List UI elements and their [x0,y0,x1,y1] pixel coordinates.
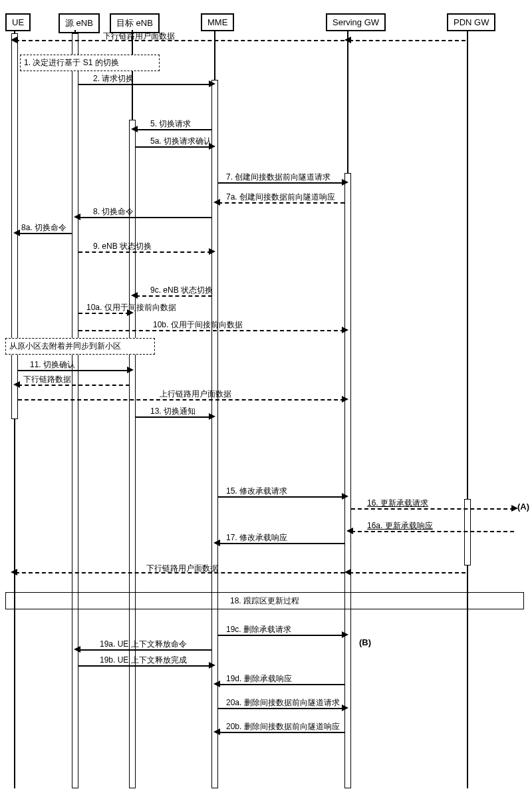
actor-sgw: Serving GW [326,13,386,31]
label-5a: 5a. 切换请求确认 [150,136,211,147]
arrowhead [344,569,351,575]
activation-src [72,33,78,788]
arrowhead [342,396,348,402]
arrowhead [127,367,134,373]
label-16: 16. 更新承载请求 [367,498,428,509]
label-20b: 20b. 删除间接数据前向隧道响应 [226,721,340,732]
arrow-9 [78,251,211,253]
arrowhead [127,309,134,316]
arrowhead [74,646,80,653]
arrow-10b [78,330,344,331]
note-tracking-update: 18. 跟踪区更新过程 [5,592,524,609]
ext-label-A: (A) [517,502,529,512]
label-17: 17. 修改承载响应 [226,532,287,544]
label-dl-data: 下行链路数据 [23,374,71,385]
ext-label-B: (B) [359,637,371,647]
arrowhead [213,199,220,206]
arrow-5a [136,146,212,148]
arrow-dl-data [18,385,130,386]
activation-sgw [344,173,351,788]
arrow-16a [351,531,514,532]
arrowhead [342,179,348,186]
arrowhead [213,540,220,546]
arrowhead [213,681,220,687]
arrow-19b [78,665,211,667]
label-13: 13. 切换通知 [150,406,196,417]
note-decide-s1: 1. 决定进行基于 S1 的切换 [20,55,160,71]
arrowhead [209,248,215,255]
arrow-9c [136,295,212,297]
actor-src-enb: 源 eNB [59,13,100,33]
label-16a: 16a. 更新承载响应 [367,520,433,532]
arrow-19d [218,684,344,685]
arrowhead [13,381,20,388]
sequence-diagram: UE 源 eNB 目标 eNB MME Serving GW PDN GW 下行… [0,0,532,801]
actor-mme: MME [201,13,234,31]
label-8a: 8a. 切换命令 [21,222,66,234]
arrowhead [13,230,20,236]
label-2: 2. 请求切换 [93,73,134,84]
arrow-10a [78,313,130,314]
arrowhead [209,662,215,669]
actor-ue: UE [5,13,31,31]
arrowhead [344,37,351,43]
label-11: 11. 切换确认 [30,359,75,371]
label-19b: 19b. UE 上下文释放完成 [100,655,187,666]
arrow-5 [136,129,212,130]
lifeline-pgw [467,30,468,788]
label-19d: 19d. 删除承载响应 [226,673,292,685]
arrow-13 [136,416,212,418]
arrowhead [209,413,215,420]
arrow-ul [18,399,344,400]
arrowhead [209,143,215,150]
note-detach-sync: 从原小区去附着并同步到新小区 [5,338,155,355]
arrow-7 [218,182,344,184]
label-dl-user-plane: 下行链路用户面数据 [103,31,175,42]
arrow-20b [218,732,344,733]
arrowhead [11,569,17,575]
arrow-17 [218,543,344,544]
arrow-15 [218,496,344,498]
label-9c: 9c. eNB 状态切换 [150,285,213,296]
arrowhead [74,214,80,220]
actor-pgw: PDN GW [447,13,495,31]
label-19c: 19c. 删除承载请求 [226,624,291,635]
arrowhead [342,493,348,500]
label-ul-user-plane: 上行链路用户面数据 [160,389,231,400]
arrowhead [11,37,17,43]
arrow-8a [18,233,72,234]
label-7: 7. 创建间接数据前向隧道请求 [226,172,331,183]
arrowhead [209,80,215,87]
activation-tgt [129,120,136,788]
label-8: 8. 切换命令 [93,206,134,218]
label-9: 9. eNB 状态切换 [93,241,152,252]
arrowhead [342,327,348,333]
label-dl-user-plane2: 下行链路用户面数据 [146,563,218,574]
arrowhead [342,705,348,711]
arrow-16 [351,508,514,510]
arrow-dl1-pgw-sgw [349,40,466,41]
arrow-8 [78,217,211,218]
arrowhead [342,631,348,638]
label-7a: 7a. 创建间接数据前向隧道响应 [226,192,335,203]
arrowhead [213,728,220,735]
arrow-2 [78,84,211,85]
arrowhead [346,528,353,534]
label-15: 15. 修改承载请求 [226,486,287,497]
arrow-dl2a [349,572,466,573]
activation-ue [11,33,18,419]
arrow-11 [18,370,130,371]
arrow-19a [78,649,211,651]
label-20a: 20a. 删除间接数据前向隧道请求 [226,697,340,709]
arrow-7a [218,202,344,204]
label-19a: 19a. UE 上下文释放命令 [100,639,187,650]
arrow-dl1-sgw-ue [15,40,344,41]
arrowhead [131,292,138,299]
label-5: 5. 切换请求 [150,118,191,130]
arrow-20a [218,708,344,709]
label-10b: 10b. 仅用于间接前向数据 [153,319,243,331]
arrowhead [131,126,138,132]
arrow-19c [218,635,344,636]
